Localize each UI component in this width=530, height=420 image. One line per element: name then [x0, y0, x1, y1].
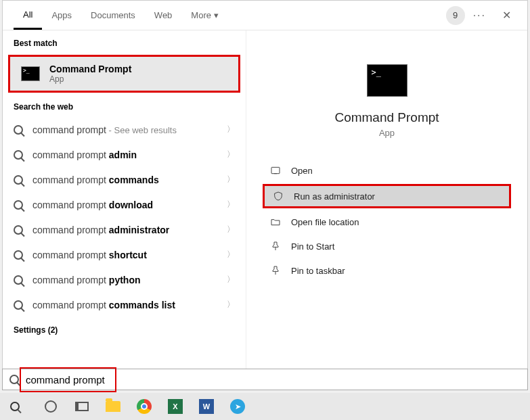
taskbar-excel[interactable]: X — [160, 393, 191, 420]
pin-icon — [269, 241, 282, 252]
search-icon — [14, 175, 23, 185]
web-result-text: command prompt commands — [32, 174, 227, 185]
search-results-panel: All Apps Documents Web More ▾ 9 ··· ✕ Be… — [2, 0, 528, 387]
chevron-right-icon: 〉 — [227, 224, 235, 235]
preview-app-icon — [367, 64, 407, 97]
chevron-down-icon: ▾ — [214, 10, 219, 20]
search-input[interactable] — [26, 374, 521, 386]
taskbar: X W — [0, 393, 530, 420]
tab-all[interactable]: All — [14, 1, 42, 30]
open-icon — [269, 165, 282, 176]
results-list: Best match Command Prompt App Search the… — [3, 30, 246, 386]
web-result-text: command prompt commands list — [32, 300, 227, 310]
chevron-right-icon: 〉 — [227, 124, 235, 135]
search-icon — [10, 402, 20, 411]
action-pin-to-taskbar[interactable]: Pin to taskbar — [260, 258, 514, 283]
web-result-1[interactable]: command prompt admin〉 — [3, 142, 246, 167]
action-open-file-location[interactable]: Open file location — [260, 210, 514, 234]
shield-icon — [272, 191, 284, 202]
taskbar-cortana-button[interactable] — [35, 393, 66, 420]
taskview-icon — [75, 402, 89, 411]
taskbar-telegram[interactable] — [222, 393, 253, 420]
search-box[interactable] — [2, 369, 528, 390]
web-result-text: command prompt shortcut — [32, 250, 227, 260]
best-match-subtitle: App — [49, 74, 131, 84]
preview-subtitle: App — [260, 128, 514, 138]
taskbar-taskview-button[interactable] — [66, 393, 97, 420]
best-match-title: Command Prompt — [49, 64, 131, 74]
tab-web[interactable]: Web — [145, 2, 182, 28]
search-icon — [14, 225, 23, 235]
action-open[interactable]: Open — [260, 158, 514, 183]
web-result-text: command prompt - See web results — [32, 124, 227, 135]
search-icon — [9, 375, 19, 384]
web-result-7[interactable]: command prompt commands list〉 — [3, 292, 246, 317]
tab-documents[interactable]: Documents — [81, 2, 145, 28]
chevron-right-icon: 〉 — [227, 174, 235, 185]
settings-header[interactable]: Settings (2) — [3, 317, 246, 340]
filter-tabs: All Apps Documents Web More ▾ 9 ··· ✕ — [3, 1, 527, 30]
close-button[interactable]: ✕ — [497, 6, 516, 24]
word-icon: W — [199, 399, 214, 414]
excel-icon: X — [168, 399, 183, 414]
pin-icon — [269, 265, 282, 276]
taskbar-word[interactable]: W — [191, 393, 222, 420]
options-menu-icon[interactable]: ··· — [473, 9, 486, 22]
web-result-0[interactable]: command prompt - See web results〉 — [3, 117, 246, 142]
chrome-icon — [137, 399, 152, 414]
rewards-badge[interactable]: 9 — [446, 6, 465, 25]
cortana-icon — [45, 400, 57, 413]
preview-pane: Command Prompt App Open Run as administr… — [246, 30, 527, 386]
search-icon — [14, 125, 23, 135]
search-icon — [14, 250, 23, 260]
chevron-right-icon: 〉 — [227, 274, 235, 285]
web-result-text: command prompt administrator — [32, 225, 227, 235]
web-result-3[interactable]: command prompt download〉 — [3, 192, 246, 217]
preview-title: Command Prompt — [260, 110, 514, 125]
folder-icon — [269, 216, 282, 227]
tab-apps[interactable]: Apps — [42, 2, 81, 28]
web-result-4[interactable]: command prompt administrator〉 — [3, 217, 246, 242]
best-match-header: Best match — [3, 30, 246, 53]
web-result-2[interactable]: command prompt commands〉 — [3, 167, 246, 192]
taskbar-file-explorer[interactable] — [97, 393, 129, 420]
command-prompt-icon — [21, 66, 40, 81]
telegram-icon — [230, 399, 245, 414]
best-match-result[interactable]: Command Prompt App — [8, 55, 240, 93]
web-result-text: command prompt python — [32, 275, 227, 285]
svg-rect-0 — [271, 167, 280, 173]
taskbar-chrome[interactable] — [129, 393, 160, 420]
chevron-right-icon: 〉 — [227, 199, 235, 210]
search-icon — [14, 150, 23, 160]
taskbar-search-button[interactable] — [4, 393, 35, 420]
chevron-right-icon: 〉 — [227, 149, 235, 160]
chevron-right-icon: 〉 — [227, 299, 235, 310]
tab-more[interactable]: More ▾ — [181, 2, 228, 28]
web-result-text: command prompt download — [32, 200, 227, 210]
search-icon — [14, 275, 23, 285]
search-icon — [14, 300, 23, 310]
folder-icon — [106, 401, 120, 412]
search-web-header: Search the web — [3, 94, 246, 117]
chevron-right-icon: 〉 — [227, 249, 235, 260]
web-result-text: command prompt admin — [32, 149, 227, 160]
action-pin-to-start[interactable]: Pin to Start — [260, 234, 514, 258]
search-icon — [14, 200, 23, 210]
web-result-6[interactable]: command prompt python〉 — [3, 267, 246, 292]
action-run-as-administrator[interactable]: Run as administrator — [263, 184, 511, 208]
web-result-5[interactable]: command prompt shortcut〉 — [3, 242, 246, 267]
